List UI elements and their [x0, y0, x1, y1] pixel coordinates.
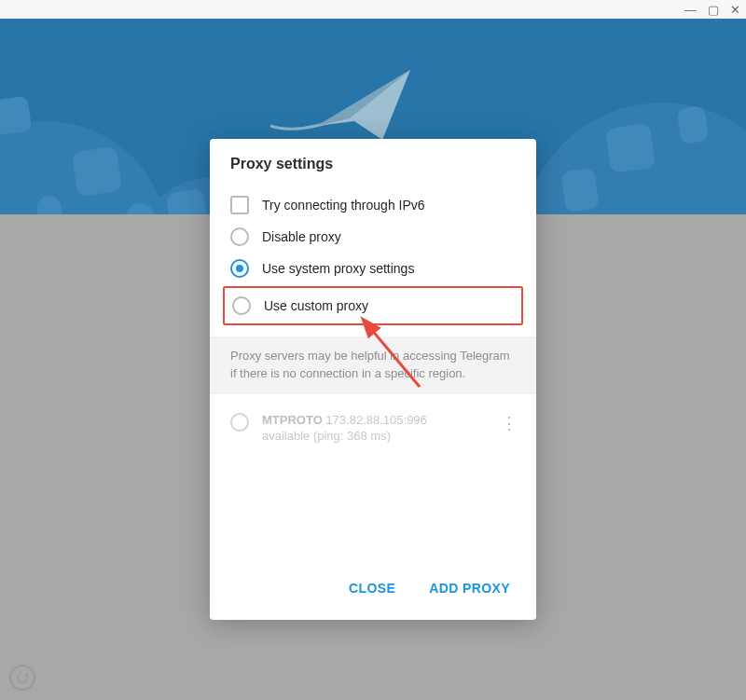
proxy-item[interactable]: MTPROTO 173.82.88.105:996 available (pin…: [230, 404, 525, 452]
proxy-list: MTPROTO 173.82.88.105:996 available (pin…: [210, 394, 536, 562]
option-label: Use custom proxy: [264, 298, 368, 313]
annotation-highlight: Use custom proxy: [223, 286, 523, 325]
radio-icon: [232, 296, 251, 315]
smile-icon: [605, 123, 656, 173]
dialog-title: Proxy settings: [210, 139, 536, 189]
lock-icon: [677, 105, 710, 144]
radio-icon: [230, 413, 249, 432]
option-label: Try connecting through IPv6: [262, 198, 425, 213]
user-icon: [0, 96, 32, 136]
proxy-item-text: MTPROTO 173.82.88.105:996 available (pin…: [262, 413, 480, 443]
option-label: Use system proxy settings: [262, 261, 414, 276]
proxy-settings-dialog: Proxy settings Try connecting through IP…: [210, 139, 536, 620]
checkbox-icon: [230, 196, 249, 214]
close-button[interactable]: CLOSE: [336, 571, 408, 605]
option-custom-proxy[interactable]: Use custom proxy: [227, 290, 519, 322]
document-icon: [560, 168, 600, 213]
close-window-button[interactable]: ✕: [730, 4, 740, 16]
proxy-address: 173.82.88.105:996: [325, 413, 426, 427]
options-group: Try connecting through IPv6 Disable prox…: [210, 189, 536, 336]
proxy-type: MTPROTO: [262, 413, 323, 427]
option-label: Disable proxy: [262, 229, 341, 244]
reload-icon: [15, 670, 30, 685]
minimize-button[interactable]: —: [684, 4, 697, 16]
option-system-proxy[interactable]: Use system proxy settings: [225, 253, 521, 284]
hint-text: Proxy servers may be helpful in accessin…: [210, 336, 536, 394]
camera-icon: [166, 188, 208, 214]
radio-icon: [230, 259, 249, 278]
proxy-status: available (ping: 368 ms): [262, 429, 480, 443]
option-ipv6[interactable]: Try connecting through IPv6: [225, 189, 521, 221]
maximize-button[interactable]: ▢: [708, 4, 719, 16]
window-titlebar: — ▢ ✕: [0, 0, 746, 19]
option-disable-proxy[interactable]: Disable proxy: [225, 221, 521, 253]
radio-icon: [230, 227, 249, 246]
music-icon: [72, 146, 122, 197]
more-icon[interactable]: ⋮: [493, 413, 525, 434]
add-proxy-button[interactable]: ADD PROXY: [416, 571, 523, 605]
dialog-actions: CLOSE ADD PROXY: [210, 562, 536, 620]
reload-button[interactable]: [9, 665, 35, 691]
